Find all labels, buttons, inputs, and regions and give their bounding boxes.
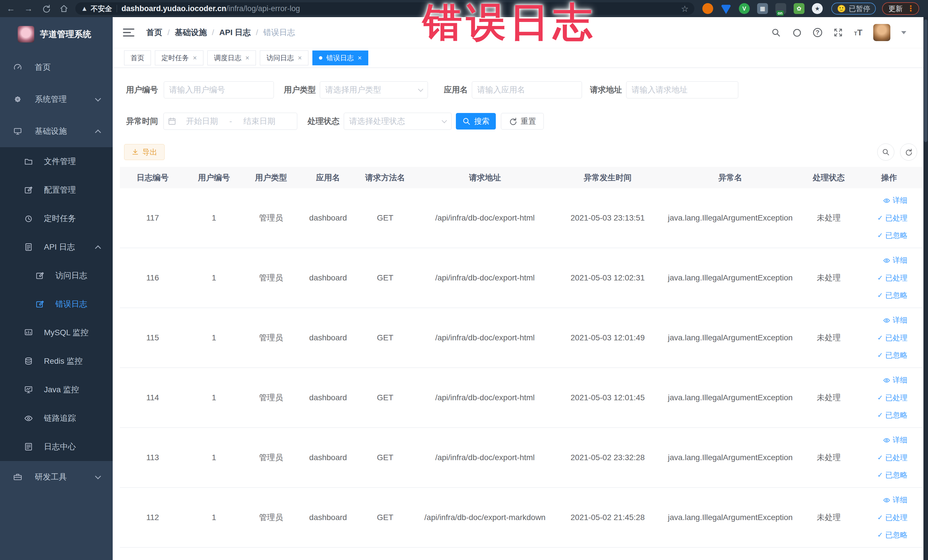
scrollbar-thumb[interactable] — [924, 20, 927, 142]
sidebar-item-home[interactable]: 首页 — [0, 51, 113, 83]
url-bar[interactable]: ▲ 不安全 dashboard.yudao.iocoder.cn /infra/… — [75, 2, 694, 15]
end-date-input[interactable] — [234, 117, 285, 126]
hide-search-button[interactable] — [877, 143, 894, 160]
sidebar-item-system[interactable]: 系统管理 — [0, 83, 113, 115]
detail-link[interactable]: 详细 — [883, 255, 907, 265]
user-id-label: 用户编号 — [124, 81, 158, 98]
request-url-input[interactable] — [632, 85, 733, 95]
breadcrumb-home[interactable]: 首页 — [147, 27, 162, 38]
tab-access-log[interactable]: 访问日志 × — [260, 50, 308, 65]
detail-link[interactable]: 详细 — [883, 375, 907, 385]
export-button[interactable]: 导出 — [124, 144, 165, 160]
sidebar-item-access-log[interactable]: 访问日志 — [0, 261, 113, 290]
browser-menu-icon[interactable]: ⋮ — [907, 5, 914, 12]
exception-time-range[interactable]: - — [163, 113, 297, 130]
app-name-field[interactable] — [472, 81, 582, 98]
user-type-input[interactable] — [325, 85, 419, 95]
tab-error-log[interactable]: 错误日志 × — [312, 50, 368, 65]
github-icon[interactable] — [792, 27, 802, 38]
cell-actions: 详细 ✓ 已处理 ✓ 已忽略 — [856, 188, 922, 248]
mark-processed-link[interactable]: ✓ 已处理 — [877, 453, 907, 463]
home-icon[interactable] — [57, 2, 71, 15]
sidebar-item-file-manage[interactable]: 文件管理 — [0, 147, 113, 176]
refresh-table-button[interactable] — [900, 143, 917, 160]
page-scrollbar[interactable] — [923, 17, 928, 560]
user-type-select[interactable] — [320, 81, 428, 98]
tab-schedule-log[interactable]: 调度日志 × — [208, 50, 256, 65]
sidebar-item-redis-monitor[interactable]: Redis 监控 — [0, 347, 113, 375]
mark-ignored-link[interactable]: ✓ 已忽略 — [877, 350, 907, 360]
close-icon[interactable]: × — [193, 54, 197, 62]
detail-link[interactable]: 详细 — [883, 435, 907, 445]
user-id-input[interactable] — [169, 85, 269, 95]
back-icon[interactable]: ← — [4, 2, 18, 15]
sidebar-item-api-log[interactable]: API 日志 — [0, 233, 113, 261]
cell-user-id: 1 — [185, 214, 243, 223]
extension-icon-leaf[interactable]: ✿ — [794, 3, 804, 14]
forward-icon[interactable]: → — [22, 2, 35, 15]
close-icon[interactable]: × — [358, 54, 362, 62]
mark-ignored-link[interactable]: ✓ 已忽略 — [877, 410, 907, 420]
detail-link[interactable]: 详细 — [883, 195, 907, 205]
mark-processed-link[interactable]: ✓ 已处理 — [877, 273, 907, 283]
detail-link[interactable]: 详细 — [883, 495, 907, 505]
extension-icon-on-badge[interactable]: on — [775, 3, 786, 14]
bookmark-star-icon[interactable]: ☆ — [681, 4, 688, 14]
user-avatar[interactable] — [873, 24, 890, 41]
table-header-row: 日志编号 用户编号 用户类型 应用名 请求方法名 请求地址 异常发生时间 异常名… — [120, 167, 922, 188]
reload-icon[interactable] — [40, 2, 53, 15]
help-icon[interactable]: ? — [813, 28, 822, 37]
fullscreen-icon[interactable] — [833, 27, 843, 38]
chrome-update-button[interactable]: 更新 ⋮ — [882, 2, 919, 15]
detail-link[interactable]: 详细 — [883, 315, 907, 325]
extension-icon-orange[interactable] — [702, 3, 713, 14]
mark-ignored-link[interactable]: ✓ 已忽略 — [877, 530, 907, 540]
sidebar-item-tracing[interactable]: 链路追踪 — [0, 404, 113, 432]
process-status-select[interactable] — [344, 113, 452, 130]
sidebar-item-log-center[interactable]: 日志中心 — [0, 432, 113, 461]
cell-user-id: 1 — [185, 453, 243, 462]
extensions-pin-icon[interactable]: ★ — [812, 3, 823, 14]
font-size-icon[interactable]: TT — [854, 27, 862, 37]
mark-processed-link[interactable]: ✓ 已处理 — [877, 213, 907, 223]
sidebar-item-config-manage[interactable]: 配置管理 — [0, 176, 113, 204]
hamburger-icon[interactable] — [123, 29, 134, 37]
extension-icon-green-v[interactable]: V — [739, 3, 750, 14]
sidebar-item-infra[interactable]: 基础设施 — [0, 115, 113, 147]
close-icon[interactable]: × — [245, 54, 249, 62]
col-request-url: 请求地址 — [414, 172, 556, 183]
search-icon[interactable] — [771, 27, 781, 38]
mark-processed-link[interactable]: ✓ 已处理 — [877, 393, 907, 403]
sidebar-item-mysql-monitor[interactable]: MySQL 监控 — [0, 318, 113, 347]
cell-actions: 详细 ✓ 已处理 ✓ 已忽略 — [856, 308, 922, 368]
table-row: 114 1 管理员 dashboard GET /api/infra/db-do… — [120, 368, 922, 428]
profile-paused-chip[interactable]: 🙂 已暂停 — [831, 3, 876, 15]
sidebar-item-dev-tools[interactable]: 研发工具 — [0, 461, 113, 493]
sidebar-item-error-log[interactable]: 错误日志 — [0, 290, 113, 318]
cell-exception-time: 2021-05-03 12:01:45 — [556, 393, 659, 402]
date-range-separator: - — [227, 117, 234, 126]
user-id-field[interactable] — [164, 81, 274, 98]
tab-scheduled-jobs[interactable]: 定时任务 × — [155, 50, 203, 65]
request-url-field[interactable] — [626, 81, 738, 98]
search-button[interactable]: 搜索 — [456, 113, 496, 130]
mark-ignored-link[interactable]: ✓ 已忽略 — [877, 290, 907, 301]
reset-button[interactable]: 重置 — [501, 113, 544, 130]
breadcrumb-api-log[interactable]: API 日志 — [219, 27, 251, 38]
breadcrumb-infra[interactable]: 基础设施 — [175, 27, 207, 38]
process-status-input[interactable] — [349, 117, 443, 126]
mark-processed-link[interactable]: ✓ 已处理 — [877, 513, 907, 523]
close-icon[interactable]: × — [298, 54, 302, 62]
mark-processed-link[interactable]: ✓ 已处理 — [877, 333, 907, 343]
extension-icon-shield[interactable] — [720, 3, 731, 14]
sidebar-item-java-monitor[interactable]: Java 监控 — [0, 375, 113, 404]
eye-icon — [883, 197, 890, 204]
avatar-caret-icon[interactable] — [901, 31, 906, 34]
mark-ignored-link[interactable]: ✓ 已忽略 — [877, 230, 907, 241]
extension-icon-grid[interactable]: ▦ — [757, 3, 768, 14]
sidebar-item-scheduled-jobs[interactable]: 定时任务 — [0, 204, 113, 233]
start-date-input[interactable] — [176, 117, 227, 126]
mark-ignored-link[interactable]: ✓ 已忽略 — [877, 470, 907, 480]
app-name-input[interactable] — [477, 85, 577, 95]
tab-home[interactable]: 首页 — [124, 50, 151, 65]
